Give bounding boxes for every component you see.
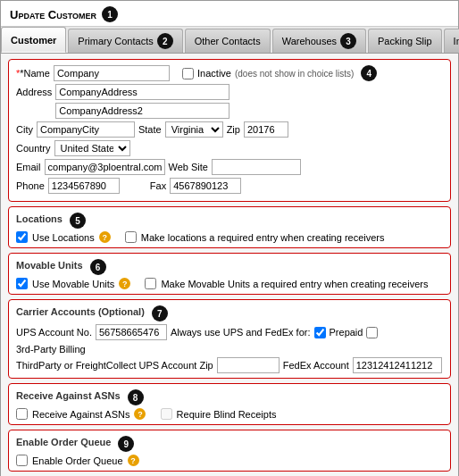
order-queue-section: Enable Order Queue 9 Enable Order Queue …	[8, 430, 451, 472]
zip-label: Zip	[227, 124, 240, 135]
email-row: Email Web Site	[16, 159, 443, 175]
content-area: **Name Inactive (does not show in choice…	[1, 54, 458, 476]
country-row: Country United States	[16, 140, 443, 156]
use-movable-checkbox[interactable]	[16, 278, 28, 289]
receive-asn-label: Receive Against ASNs	[32, 409, 129, 420]
prepaid-checkbox[interactable]	[314, 327, 326, 338]
phone-row: Phone Fax	[16, 178, 443, 194]
locations-section: Locations 5 Use Locations ? Make locatio…	[8, 206, 451, 248]
movable-row: Use Movable Units ? Make Movable Units a…	[16, 278, 443, 289]
address1-input[interactable]	[55, 84, 230, 100]
badge-9: 9	[118, 436, 134, 452]
tab-warehouses[interactable]: Warehouses 3	[272, 29, 366, 53]
carrier-row2: ThirdParty or FreightCollect UPS Account…	[16, 357, 443, 373]
locations-required-checkbox[interactable]	[125, 231, 137, 243]
tabs-row: Customer Primary Contacts 2 Other Contac…	[1, 27, 458, 54]
receive-asn-checkbox[interactable]	[16, 408, 28, 420]
tab-packing-slip[interactable]: Packing Slip	[368, 29, 442, 53]
ups-label: UPS Account No.	[16, 327, 92, 338]
badge-4: 4	[361, 65, 377, 81]
asn-title-row: Receive Against ASNs 8	[16, 389, 443, 405]
title-text: Update Customer	[10, 8, 96, 21]
order-title: Enable Order Queue	[16, 437, 111, 447]
movable-required-checkbox[interactable]	[145, 278, 156, 289]
zip-input[interactable]	[244, 121, 288, 138]
fedex-label: FedEx Account	[283, 360, 349, 371]
carrier-row1: UPS Account No. Always use UPS and FedEx…	[16, 324, 443, 355]
page-title: Update Customer 1	[1, 1, 458, 27]
tab-im[interactable]: Im	[444, 29, 459, 53]
email-input[interactable]	[45, 159, 165, 175]
order-help-icon[interactable]: ?	[128, 455, 139, 466]
use-locations-checkbox[interactable]	[16, 231, 28, 243]
locations-help-icon[interactable]: ?	[99, 231, 111, 243]
tab-primary-contacts[interactable]: Primary Contacts 2	[68, 29, 182, 53]
fax-input[interactable]	[170, 178, 241, 194]
order-row: Enable Order Queue ?	[16, 455, 443, 466]
badge-1: 1	[102, 6, 118, 22]
state-label: State	[138, 124, 162, 135]
badge-5: 5	[70, 213, 86, 229]
locations-required-label: Make locations a required entry when cre…	[141, 232, 385, 243]
asn-title: Receive Against ASNs	[16, 390, 121, 401]
badge-6: 6	[90, 259, 106, 275]
email-label: Email	[16, 162, 41, 172]
movable-title: Movable Units	[16, 260, 83, 271]
locations-title: Locations	[16, 213, 63, 224]
thirdparty-zip-input[interactable]	[217, 357, 280, 373]
thirdparty-billing-checkbox[interactable]	[366, 327, 378, 338]
thirdparty-zip-label: ThirdParty or FreightCollect UPS Account…	[16, 360, 213, 371]
prepaid-label: Prepaid	[330, 327, 363, 338]
city-label: City	[16, 124, 33, 135]
name-input[interactable]	[54, 65, 170, 81]
blind-receipts-label: Require Blind Receipts	[177, 409, 277, 420]
inactive-label: Inactive	[197, 68, 231, 79]
address-row: Address	[16, 84, 443, 100]
thirdparty-billing-label: 3rd-Party Billing	[16, 344, 86, 355]
address2-input[interactable]	[55, 103, 230, 119]
order-title-row: Enable Order Queue 9	[16, 436, 443, 452]
use-locations-label: Use Locations	[32, 232, 95, 243]
website-label: Web Site	[169, 162, 208, 172]
enable-order-checkbox[interactable]	[16, 455, 28, 466]
city-row: City State Virginia Zip	[16, 121, 443, 138]
blind-receipts-checkbox[interactable]	[161, 408, 172, 420]
movable-help-icon[interactable]: ?	[119, 278, 130, 289]
carrier-section: Carrier Accounts (Optional) 7 UPS Accoun…	[8, 299, 451, 379]
always-label: Always use UPS and FedEx for:	[171, 327, 311, 338]
locations-row: Use Locations ? Make locations a require…	[16, 231, 443, 243]
tab-other-contacts[interactable]: Other Contacts	[185, 29, 271, 53]
fax-label: Fax	[150, 180, 166, 191]
phone-label: Phone	[16, 180, 45, 191]
movable-required-label: Make Movable Units a required entry when…	[161, 279, 428, 289]
enable-order-label: Enable Order Queue	[32, 455, 123, 466]
country-label: Country	[16, 143, 51, 154]
city-input[interactable]	[37, 121, 135, 138]
asn-row: Receive Against ASNs ? Require Blind Rec…	[16, 408, 443, 420]
badge-7: 7	[152, 305, 168, 322]
badge-2: 2	[157, 33, 173, 49]
carrier-title-row: Carrier Accounts (Optional) 7	[16, 305, 443, 322]
country-select[interactable]: United States	[54, 140, 130, 156]
name-row: **Name Inactive (does not show in choice…	[16, 65, 443, 81]
badge-8: 8	[128, 389, 144, 405]
fedex-input[interactable]	[353, 357, 442, 373]
address-label: Address	[16, 87, 52, 97]
customer-section: **Name Inactive (does not show in choice…	[8, 59, 451, 202]
asn-help-icon[interactable]: ?	[134, 408, 146, 420]
asn-section: Receive Against ASNs 8 Receive Against A…	[8, 383, 451, 425]
inactive-note: (does not show in choice lists)	[235, 69, 354, 79]
state-select[interactable]: Virginia	[165, 121, 223, 138]
website-input[interactable]	[212, 159, 301, 175]
phone-input[interactable]	[48, 178, 120, 194]
tab-customer[interactable]: Customer	[1, 27, 66, 53]
ups-input[interactable]	[96, 324, 167, 340]
use-movable-label: Use Movable Units	[32, 279, 114, 289]
movable-title-row: Movable Units 6	[16, 259, 443, 275]
carrier-title: Carrier Accounts (Optional)	[16, 306, 145, 317]
locations-title-row: Locations 5	[16, 213, 443, 229]
badge-3: 3	[340, 33, 356, 49]
movable-section: Movable Units 6 Use Movable Units ? Make…	[8, 253, 451, 295]
inactive-checkbox[interactable]	[182, 68, 194, 79]
name-label: **Name	[16, 68, 50, 79]
